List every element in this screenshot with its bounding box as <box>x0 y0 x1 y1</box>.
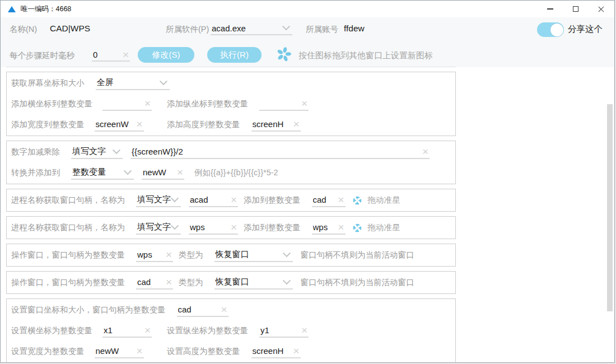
convert-label: 转换并添加到 <box>11 167 60 178</box>
crosshair-drag-icon[interactable] <box>351 194 363 207</box>
pinwheel-drag-icon[interactable] <box>276 46 292 62</box>
chevron-down-icon <box>282 249 290 257</box>
minimize-icon <box>547 8 553 10</box>
step-delay-input[interactable]: 0 × <box>92 48 130 62</box>
op-type-select[interactable]: 恢复窗口 <box>214 249 293 262</box>
math-expression-input[interactable]: {{screenW}}/2 × <box>130 146 430 159</box>
step-delay-value: 0 <box>93 50 97 59</box>
minimize-button[interactable] <box>537 1 563 17</box>
software-select[interactable]: acad.exe <box>211 22 292 35</box>
add-height-input[interactable]: screenH × <box>251 118 301 132</box>
add-y-input[interactable]: × <box>259 97 309 111</box>
chevron-down-icon <box>124 167 132 175</box>
math-example-hint: 例如{{a}}+{{b}}/{{c}}*5-2 <box>194 167 278 178</box>
set-y-input[interactable]: y1 × <box>259 324 309 338</box>
step-row: 获取屏幕坐标和大小 全屏 <box>11 73 452 94</box>
window-handle-input[interactable]: wps × <box>136 249 173 262</box>
clear-icon[interactable]: × <box>136 346 142 356</box>
math-source-select[interactable]: 填写文字 <box>71 146 123 159</box>
name-input[interactable]: CAD|WPS <box>50 24 90 34</box>
run-button[interactable]: 执行(R) <box>207 47 262 63</box>
add-y-label: 添加纵坐标到整数变量 <box>167 99 248 109</box>
account-label: 所属账号 <box>306 24 338 35</box>
clear-icon[interactable]: × <box>293 119 299 129</box>
step-box-window-op-cad: 操作窗口，窗口句柄为整数变量 cad × 类型为 恢复窗口 窗口句柄不填则为当前… <box>6 271 456 294</box>
step-row: 进程名称获取窗口句柄，名称为 填写文字 acad × 添加到整数变量 cad × <box>11 190 452 211</box>
window-op-label: 操作窗口，窗口句柄为整数变量 <box>11 250 125 260</box>
op-type-select[interactable]: 恢复窗口 <box>214 276 293 290</box>
maximize-icon <box>573 6 578 12</box>
add-height-label: 添加高度到整数变量 <box>167 119 240 130</box>
account-value: ffdew <box>344 24 365 34</box>
chevron-down-icon <box>171 194 179 202</box>
chevron-down-icon <box>282 277 290 284</box>
step-delay-label: 每个步骤延时毫秒 <box>10 50 74 61</box>
maximize-button[interactable] <box>563 1 589 17</box>
app-logo-triangle-icon <box>8 6 16 12</box>
screen-mode-select[interactable]: 全屏 <box>96 77 170 90</box>
process-source-select[interactable]: 填写文字 <box>136 194 181 207</box>
step-box-set-window-bounds: 设置窗口坐标和大小，窗口句柄为整数变量 cad × 设置横坐标为整数变量 x1 … <box>6 298 456 363</box>
share-toggle-knob <box>550 24 563 36</box>
handle-var-input[interactable]: cad × <box>312 194 346 207</box>
add-x-label: 添加横坐标到整数变量 <box>11 99 92 109</box>
screen-mode-value: 全屏 <box>97 77 114 88</box>
window-op-hint: 窗口句柄不填则为当前活动窗口 <box>301 250 414 260</box>
process-source-select[interactable]: 填写文字 <box>136 221 181 235</box>
add-x-input[interactable]: × <box>102 97 152 111</box>
step-row: 设置横坐标为整数变量 x1 × 设置纵坐标为整数变量 y1 × <box>11 320 452 341</box>
chevron-down-icon <box>159 77 167 85</box>
clear-icon[interactable]: × <box>338 222 344 232</box>
window-title: 唯一编码：4668 <box>21 4 71 14</box>
clear-icon[interactable]: × <box>221 304 227 315</box>
process-handle-label: 进程名称获取窗口句柄，名称为 <box>11 195 125 206</box>
set-x-input[interactable]: x1 × <box>102 324 152 338</box>
clear-icon[interactable]: × <box>144 98 151 109</box>
process-name-input[interactable]: wps × <box>189 221 238 235</box>
step-box-math: 数字加减乘除 填写文字 {{screenW}}/2 × 转换并添加到 整数变量 … <box>6 141 456 184</box>
step-row: 进程名称获取窗口句柄，名称为 填写文字 wps × 添加到整数变量 wps × <box>11 217 452 238</box>
app-window: 唯一编码：4668 名称(N) CAD|WPS 所属软件(P) acad.exe… <box>0 0 615 363</box>
software-select-value: acad.exe <box>212 24 246 33</box>
drag-hint-text: 按住图标拖到其他窗口上设置新图标 <box>298 50 433 61</box>
clear-icon[interactable]: × <box>136 119 142 129</box>
handle-var-input[interactable]: wps × <box>312 221 346 235</box>
window-handle-input[interactable]: cad × <box>136 276 173 290</box>
add-width-input[interactable]: screenW × <box>95 118 144 132</box>
op-type-label: 类型为 <box>179 250 203 260</box>
clear-icon[interactable]: × <box>231 222 237 232</box>
clear-icon[interactable]: × <box>301 325 307 335</box>
close-button[interactable] <box>589 1 614 17</box>
title-bar: 唯一编码：4668 <box>1 1 614 17</box>
clear-icon[interactable]: × <box>166 277 172 287</box>
clear-icon[interactable]: × <box>293 346 299 356</box>
bounds-handle-input[interactable]: cad × <box>177 304 228 317</box>
clear-icon[interactable]: × <box>231 194 237 205</box>
step-list: 获取屏幕坐标和大小 全屏 添加横坐标到整数变量 × 添加纵坐标到整数变量 <box>6 67 456 363</box>
share-toggle[interactable] <box>537 22 564 37</box>
window-controls <box>537 1 614 17</box>
clear-icon[interactable]: × <box>422 146 428 157</box>
convert-type-select[interactable]: 整数变量 <box>71 166 134 180</box>
set-width-input[interactable]: newW × <box>95 345 144 358</box>
modify-button[interactable]: 修改(S) <box>138 47 194 63</box>
clear-icon[interactable]: × <box>301 98 307 109</box>
scrollbar-thumb[interactable] <box>607 104 613 311</box>
clear-icon[interactable]: × <box>177 167 183 178</box>
clear-icon[interactable]: × <box>144 325 151 335</box>
crosshair-drag-icon[interactable] <box>351 222 363 234</box>
step-row: 数字加减乘除 填写文字 {{screenW}}/2 × <box>11 142 452 162</box>
step-box-get-screen: 获取屏幕坐标和大小 全屏 添加横坐标到整数变量 × 添加纵坐标到整数变量 <box>6 72 456 136</box>
add-width-label: 添加宽度到整数变量 <box>11 119 85 130</box>
step-box-get-handle-wps: 进程名称获取窗口句柄，名称为 填写文字 wps × 添加到整数变量 wps × <box>6 216 456 239</box>
set-height-input[interactable]: screenH × <box>251 345 301 358</box>
chevron-down-icon <box>171 222 179 230</box>
clear-icon[interactable]: × <box>123 49 129 60</box>
clear-icon[interactable]: × <box>338 194 344 205</box>
step-row: 操作窗口，窗口句柄为整数变量 wps × 类型为 恢复窗口 窗口句柄不填则为当前… <box>11 245 452 265</box>
chevron-down-icon <box>113 146 120 154</box>
header-panel: 名称(N) CAD|WPS 所属软件(P) acad.exe 所属账号 ffde… <box>1 17 614 67</box>
convert-target-input[interactable]: newW × <box>142 166 184 180</box>
process-name-input[interactable]: acad × <box>189 194 238 207</box>
clear-icon[interactable]: × <box>166 249 172 260</box>
